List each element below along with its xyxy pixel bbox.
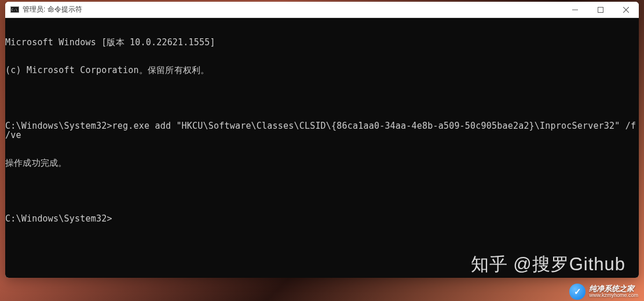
maximize-button[interactable] — [588, 2, 613, 18]
minimize-button[interactable] — [562, 2, 588, 18]
terminal-line: Microsoft Windows [版本 10.0.22621.1555] — [5, 38, 639, 47]
window-controls — [562, 2, 639, 18]
titlebar[interactable]: C:\ 管理员: 命令提示符 — [5, 2, 639, 18]
terminal-output[interactable]: Microsoft Windows [版本 10.0.22621.1555] (… — [5, 18, 639, 278]
brand-main-text: 纯净系统之家 — [589, 285, 638, 293]
brand-check-icon: ✓ — [569, 284, 586, 300]
close-button[interactable] — [613, 2, 639, 18]
terminal-line: C:\Windows\System32>reg.exe add "HKCU\So… — [5, 121, 639, 140]
window-title: 管理员: 命令提示符 — [23, 5, 82, 14]
terminal-prompt: C:\Windows\System32> — [5, 214, 639, 223]
svg-rect-1 — [598, 8, 603, 13]
command-prompt-window: C:\ 管理员: 命令提示符 Microsoft Windows [版本 10.… — [5, 2, 639, 278]
terminal-blank-line — [5, 186, 639, 195]
terminal-blank-line — [5, 93, 639, 103]
watermark-brand: ✓ 纯净系统之家 www.kzmyhome.com — [569, 284, 638, 300]
terminal-line: (c) Microsoft Corporation。保留所有权利。 — [5, 66, 639, 75]
brand-sub-text: www.kzmyhome.com — [589, 293, 638, 299]
terminal-line: 操作成功完成。 — [5, 158, 639, 168]
cmd-icon: C:\ — [10, 5, 19, 14]
